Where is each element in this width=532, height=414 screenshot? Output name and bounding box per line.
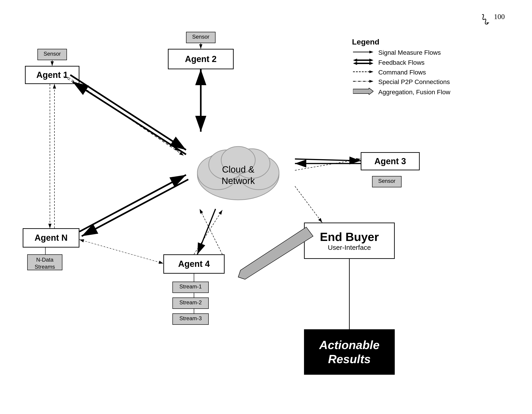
svg-line-36 <box>79 175 186 232</box>
end-buyer-subtitle: User-Interface <box>328 244 371 251</box>
agent1-box: Agent 1 <box>25 66 79 84</box>
svg-marker-0 <box>486 22 489 24</box>
svg-marker-10 <box>369 70 373 73</box>
svg-rect-6 <box>357 63 369 64</box>
legend-command-label: Command Flows <box>378 69 426 76</box>
legend-aggregation: Aggregation, Fusion Flow <box>352 88 450 96</box>
agentN-box: Agent N <box>23 228 79 247</box>
feedback-arrow-icon <box>352 59 375 67</box>
legend-aggregation-label: Aggregation, Fusion Flow <box>378 89 450 96</box>
cloud-network: Cloud & Network <box>181 125 295 211</box>
svg-text:Network: Network <box>222 176 255 186</box>
svg-line-30 <box>70 75 186 150</box>
sensor2-box: Sensor <box>186 32 216 43</box>
svg-marker-3 <box>353 59 357 62</box>
agent3-box: Agent 3 <box>361 152 420 170</box>
ndata-box: N-Data Streams <box>27 254 62 270</box>
agentN-label: Agent N <box>35 233 68 243</box>
signal-arrow-icon <box>352 49 375 56</box>
svg-marker-12 <box>369 80 373 83</box>
svg-marker-46 <box>238 227 313 279</box>
sensor3-box: Sensor <box>372 176 401 187</box>
legend-box: Legend Signal Measure Flows Feedback Flo… <box>347 35 455 101</box>
svg-line-45 <box>295 186 322 223</box>
actionable-label: Actionable Results <box>319 338 380 366</box>
end-buyer-title: End Buyer <box>320 230 379 244</box>
stream3-box: Stream-3 <box>172 313 209 325</box>
legend-feedback-label: Feedback Flows <box>378 59 425 66</box>
agent2-box: Agent 2 <box>168 49 234 69</box>
agent4-box: Agent 4 <box>163 254 225 274</box>
p2p-arrow-icon <box>352 78 375 86</box>
legend-title: Legend <box>352 38 450 46</box>
legend-p2p-label: Special P2P Connections <box>378 78 450 86</box>
legend-p2p: Special P2P Connections <box>352 78 450 86</box>
svg-line-42 <box>200 209 222 254</box>
svg-marker-5 <box>369 59 373 62</box>
svg-marker-13 <box>353 88 373 95</box>
actionable-results-box: Actionable Results <box>304 329 395 375</box>
svg-line-43 <box>197 209 216 254</box>
sensor1-box: Sensor <box>38 49 67 60</box>
svg-line-37 <box>82 179 188 236</box>
aggregation-arrow-icon <box>352 88 375 96</box>
stream2-box: Stream-2 <box>172 297 209 309</box>
svg-line-31 <box>73 82 186 154</box>
legend-command: Command Flows <box>352 69 450 76</box>
svg-line-39 <box>295 159 361 161</box>
command-arrow-icon <box>352 69 375 76</box>
agent1-label: Agent 1 <box>36 70 68 80</box>
svg-line-44 <box>295 159 361 170</box>
svg-marker-7 <box>353 62 357 65</box>
svg-marker-8 <box>369 62 373 65</box>
agent2-label: Agent 2 <box>185 54 217 64</box>
svg-line-41 <box>194 210 222 254</box>
svg-rect-4 <box>357 59 369 61</box>
svg-line-38 <box>79 240 163 263</box>
svg-line-33 <box>68 77 184 156</box>
wavy-arrow-icon <box>477 12 496 31</box>
legend-signal: Signal Measure Flows <box>352 49 450 56</box>
svg-line-32 <box>64 76 179 151</box>
end-buyer-box: End Buyer User-Interface <box>304 223 395 259</box>
agent4-label: Agent 4 <box>178 259 210 269</box>
legend-feedback: Feedback Flows <box>352 59 450 67</box>
stream1-box: Stream-1 <box>172 282 209 293</box>
svg-text:Cloud &: Cloud & <box>222 164 255 174</box>
agent3-label: Agent 3 <box>374 157 406 166</box>
svg-marker-2 <box>369 51 373 53</box>
legend-signal-label: Signal Measure Flows <box>378 49 441 56</box>
